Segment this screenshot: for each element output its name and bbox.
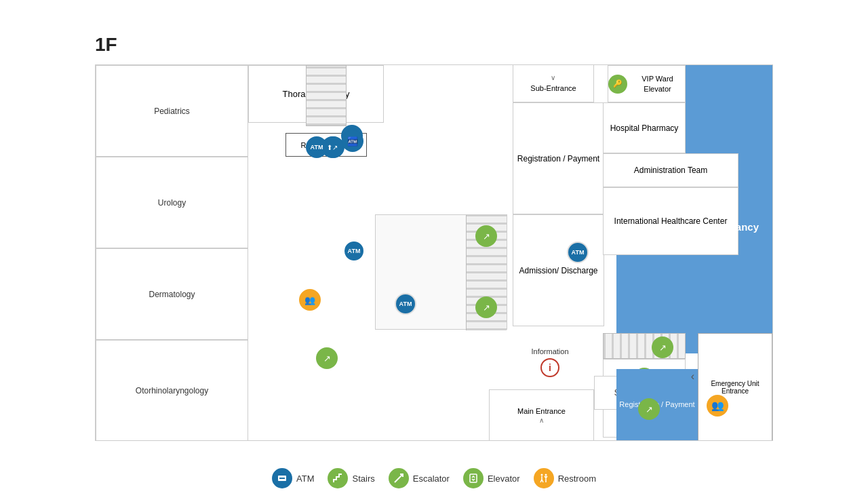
room-otorhinolaryngology[interactable]: Otorhinolaryngology <box>96 340 248 441</box>
atm-legend-icon <box>272 468 292 488</box>
escalator-stripe-top <box>306 65 347 126</box>
stairs-legend-icon <box>328 468 348 488</box>
svg-line-8 <box>542 480 543 482</box>
legend-escalator: Escalator <box>389 468 450 488</box>
emergency-label: Emergancy <box>704 221 759 233</box>
legend-restroom: Restroom <box>534 468 596 488</box>
room-administration-team[interactable]: Administration Team <box>603 153 738 187</box>
info-icon: i <box>540 358 559 377</box>
map-container: Emergancy Emergency Unit Entrance ‹ Regi… <box>95 64 773 441</box>
elevator-legend-icon <box>463 468 484 488</box>
restroom-icon-urology: 👥 <box>299 289 321 311</box>
svg-point-5 <box>545 474 547 476</box>
room-registration-payment[interactable]: Registration / Payment <box>513 102 604 214</box>
legend-bar: ATM Stairs Escalator Elevator <box>272 468 596 488</box>
legend-stairs: Stairs <box>328 468 374 488</box>
atm-icon-mid: ATM <box>343 240 365 262</box>
information-area: Information i <box>496 342 604 383</box>
sub-entrance: ∨ Sub-Entrance <box>513 65 594 102</box>
legend-elevator: Elevator <box>463 468 520 488</box>
room-dermatology[interactable]: Dermatology <box>96 248 248 340</box>
chevron-left-icon: ‹ <box>691 370 694 383</box>
svg-line-2 <box>395 474 403 482</box>
emergency-unit-entrance: Emergency Unit Entrance <box>698 333 772 441</box>
floor-label: 1F <box>95 34 117 56</box>
svg-point-4 <box>540 474 542 476</box>
room-admission-discharge[interactable]: Admission/ Discharge <box>513 214 604 326</box>
stairs-icon-bottom-left: ↗ <box>316 347 338 369</box>
svg-rect-3 <box>470 474 477 482</box>
atm-icon-pediatrics: ATM <box>306 136 328 158</box>
legend-atm: ATM <box>272 468 314 488</box>
stairs-icon-right-2: ↗ <box>638 398 660 420</box>
restroom-icon-bottom-right: 👥 <box>707 395 728 417</box>
stairs-icon-right: ↗ <box>652 336 673 358</box>
room-urology[interactable]: Urology <box>96 157 248 248</box>
room-hospital-pharmacy[interactable]: Hospital Pharmacy <box>603 102 686 153</box>
room-ward-elevator[interactable]: 🔑 VIP Ward Elevator <box>608 65 686 102</box>
escalator-legend-icon <box>389 468 409 488</box>
svg-rect-1 <box>279 478 285 479</box>
page: 1F Emergancy Emergency Unit Entrance ‹ R… <box>0 0 868 502</box>
escalator-icon-top-left: 🏧 <box>342 130 363 152</box>
restroom-legend-icon <box>534 468 554 488</box>
atm-icon-registration: ATM <box>567 242 589 263</box>
room-pediatrics[interactable]: Pediatrics <box>96 65 248 157</box>
main-entrance: Main Entrance ∧ <box>489 389 594 440</box>
central-box: ↗ ↗ ATM <box>375 214 507 330</box>
